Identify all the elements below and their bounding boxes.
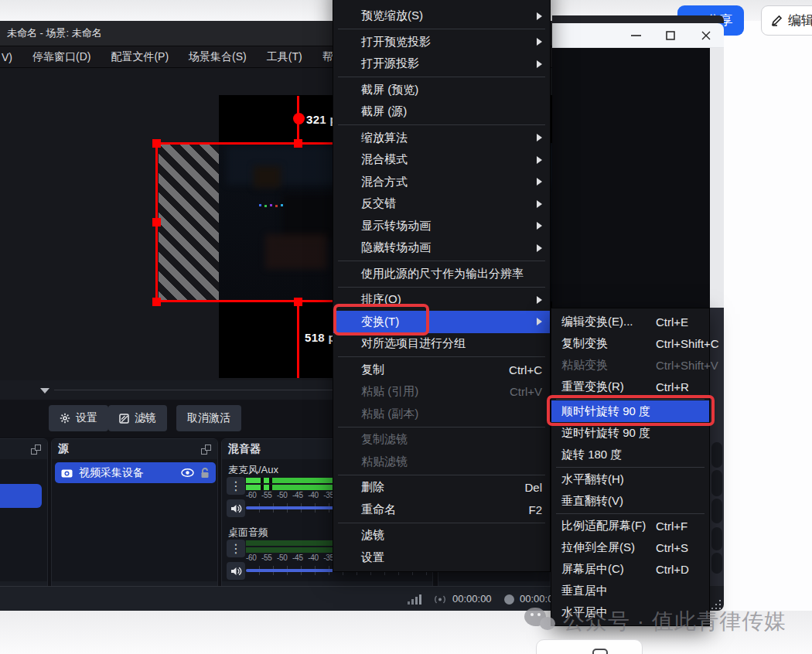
menu-item-source-projector[interactable]: 打开源投影	[333, 53, 550, 76]
speaker-icon	[230, 504, 241, 513]
transform-submenu: 编辑变换(E)...Ctrl+E 复制变换Ctrl+Shift+C 粘贴变换Ct…	[551, 308, 710, 626]
submenu-arrow-icon	[537, 222, 542, 230]
edit-button[interactable]: 编辑	[761, 5, 812, 36]
settings-button[interactable]: 设置	[49, 405, 108, 431]
menu-item-scale-filtering[interactable]: 缩放算法	[333, 127, 550, 149]
sources-dock: 源 视频采集设备 +	[51, 438, 218, 603]
menu-item-deinterlace[interactable]: 反交错	[333, 193, 550, 216]
menu-item-screenshot-preview[interactable]: 截屏 (预览)	[333, 79, 550, 101]
menu-item-copy[interactable]: 复制Ctrl+C	[333, 359, 550, 381]
context-menu: 锁定预览(L) 预览缩放(S) 打开预览投影 打开源投影 截屏 (预览) 截屏 …	[333, 0, 551, 572]
sources-dock-header: 源	[52, 439, 217, 459]
submenu-item-flip-vertical[interactable]: 垂直翻转(V)	[551, 490, 709, 512]
menu-item-preview-zoom[interactable]: 预览缩放(S)	[333, 5, 550, 28]
record-dot-icon	[504, 594, 514, 605]
menubar-item-view[interactable]: V)	[2, 51, 12, 63]
menu-item-group-selected[interactable]: 对所选项目进行分组	[333, 333, 550, 356]
annotation-box-rotate-cw	[547, 395, 715, 426]
scenes-dock-header	[0, 439, 47, 459]
stream-broadcast-icon	[433, 594, 447, 605]
obs-statusbar: 00:00:00 00:00:00	[0, 586, 552, 611]
selection-handle-bottomleft[interactable]	[152, 298, 161, 306]
menu-item-show-transition[interactable]: 显示转场动画	[333, 215, 550, 237]
maximize-button[interactable]	[657, 23, 684, 48]
menu-item-remove[interactable]: 删除Del	[333, 477, 550, 499]
scene-list-item-selected[interactable]	[0, 484, 42, 508]
menu-item-hide-transition[interactable]: 隐藏转场动画	[333, 237, 550, 260]
menu-item-paste-filters[interactable]: 粘贴滤镜	[333, 451, 550, 473]
scenes-dock	[0, 438, 48, 603]
menubar-item-profile[interactable]: 配置文件(P)	[111, 50, 169, 64]
dropdown-arrow-icon[interactable]	[40, 388, 49, 393]
popout-icon[interactable]	[201, 445, 211, 455]
filters-label: 滤镜	[135, 411, 156, 425]
close-button[interactable]	[693, 23, 719, 48]
submenu-item-copy-transform[interactable]: 复制变换Ctrl+Shift+C	[551, 332, 709, 354]
mixer-channel-name: 麦克风/Aux	[228, 463, 278, 477]
popout-icon[interactable]	[31, 445, 41, 455]
menu-item-resize-output[interactable]: 使用此源的尺寸作为输出分辨率	[333, 263, 550, 285]
submenu-arrow-icon	[537, 200, 542, 208]
window-title: 未命名 - 场景: 未命名	[7, 26, 102, 40]
camera-icon	[61, 468, 73, 478]
viewer-bottom-toolbar	[536, 639, 643, 654]
menu-item-blend-mode[interactable]: 混合模式	[333, 149, 550, 172]
menu-item-blend-method[interactable]: 混合方式	[333, 171, 550, 193]
menu-item-copy-filters[interactable]: 复制滤镜	[333, 429, 550, 451]
speaker-mute-button[interactable]	[227, 499, 245, 517]
unlock-icon[interactable]	[200, 468, 210, 479]
submenu-item-paste-transform[interactable]: 粘贴变换Ctrl+Shift+V	[551, 354, 709, 376]
source-row-video-capture[interactable]: 视频采集设备	[55, 462, 216, 483]
deactivate-label: 取消激活	[187, 411, 230, 425]
menu-item-paste-dup[interactable]: 粘贴 (副本)	[333, 403, 550, 425]
source-label: 视频采集设备	[79, 466, 175, 480]
selection-handle-topcenter[interactable]	[294, 139, 302, 148]
gear-icon	[60, 413, 70, 424]
submenu-arrow-icon	[537, 296, 542, 304]
minimize-button[interactable]	[623, 23, 649, 48]
menu-item-paste-ref[interactable]: 粘贴 (引用)Ctrl+V	[333, 381, 550, 404]
submenu-item-stretch-to-screen[interactable]: 拉伸到全屏(S)Ctrl+S	[551, 536, 709, 558]
menu-item-properties[interactable]: 设置	[333, 547, 550, 569]
rotation-handle[interactable]	[293, 113, 305, 124]
floating-window-right-strip	[710, 48, 724, 308]
submenu-item-fit-to-screen[interactable]: 比例适配屏幕(F)Ctrl+F	[551, 515, 709, 536]
submenu-arrow-icon	[537, 134, 542, 141]
channel-menu-dots-button[interactable]: ⋮	[227, 540, 245, 557]
menu-item-rename[interactable]: 重命名F2	[333, 499, 550, 521]
toolbar-tool-icon[interactable]	[592, 649, 608, 654]
menubar-item-tools[interactable]: 工具(T)	[267, 50, 302, 64]
menubar-item-scene-collection[interactable]: 场景集合(S)	[189, 50, 247, 64]
menu-item-screenshot-source[interactable]: 截屏 (源)	[333, 101, 550, 124]
menu-item-preview-projector[interactable]: 打开预览投影	[333, 31, 550, 53]
submenu-item-edit-transform[interactable]: 编辑变换(E)...Ctrl+E	[551, 311, 709, 332]
speaker-mute-button[interactable]	[227, 562, 245, 580]
menu-item-filters[interactable]: 滤镜	[333, 525, 550, 547]
pencil-icon	[771, 15, 783, 26]
submenu-item-rotate-180[interactable]: 旋转 180 度	[551, 444, 709, 465]
eye-visible-icon[interactable]	[181, 468, 194, 477]
submenu-arrow-icon	[537, 178, 542, 186]
connection-bars-icon	[408, 594, 421, 605]
edit-label: 编辑	[788, 12, 812, 29]
filters-button[interactable]: 滤镜	[108, 405, 167, 431]
submenu-item-center-to-screen[interactable]: 屏幕居中(C)Ctrl+D	[551, 558, 709, 580]
selection-handle-midleft[interactable]	[152, 218, 161, 227]
submenu-item-reset-transform[interactable]: 重置变换(R)Ctrl+R	[551, 376, 709, 397]
deactivate-button[interactable]: 取消激活	[176, 405, 241, 431]
submenu-item-flip-horizontal[interactable]: 水平翻转(H)	[551, 468, 709, 490]
sources-dock-title: 源	[58, 442, 69, 456]
record-time: 00:00:00	[520, 593, 552, 605]
submenu-item-center-vertical[interactable]: 垂直居中	[551, 580, 709, 601]
selection-handle-topleft[interactable]	[152, 139, 161, 148]
submenu-arrow-icon	[537, 12, 542, 20]
mixer-channel-name: 桌面音频	[228, 526, 268, 540]
menubar-item-docks[interactable]: 停靠窗口(D)	[32, 50, 90, 64]
submenu-arrow-icon	[537, 318, 542, 325]
speaker-icon	[230, 567, 241, 576]
floating-window-titlebar	[552, 23, 724, 48]
screenshot-root: 分享 编辑 未命名 - 场景: 未命名 V) 停靠窗口(D) 配置文件(P) 场…	[0, 0, 812, 654]
wechat-logo-icon	[524, 606, 558, 637]
channel-menu-dots-button[interactable]: ⋮	[227, 477, 245, 495]
selection-handle-bottomcenter[interactable]	[294, 298, 302, 306]
